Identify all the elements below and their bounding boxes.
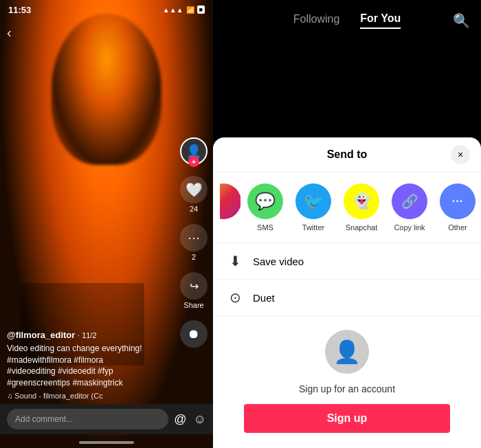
sms-icon-symbol: 💬 (255, 192, 276, 211)
snapchat-label: Snapchat (346, 223, 377, 232)
tab-for-you[interactable]: For You (360, 12, 401, 29)
share-app-copylink[interactable]: 🔗 Copy link (386, 183, 433, 232)
video-description: Video editing can change everything! #ma… (7, 343, 175, 389)
twitter-icon-symbol: 🐦 (303, 192, 324, 211)
save-video-icon: ⬇ (227, 253, 243, 269)
save-video-item[interactable]: ⬇ Save video (213, 243, 481, 280)
status-bar: 11:53 ▲▲▲ 📶 ■ (0, 0, 213, 19)
sheet-title: Send to (327, 148, 368, 161)
like-button[interactable]: 🤍 24 (180, 176, 208, 213)
twitter-label: Twitter (302, 223, 324, 232)
video-panel: 11:53 ▲▲▲ 📶 ■ ‹ 👤 + 🤍 24 ⋯ 2 (0, 0, 213, 448)
other-icon: ··· (440, 183, 476, 219)
video-username: @filmora_editor · 11/2 (7, 330, 175, 340)
user-avatar-placeholder: 👤 (325, 330, 369, 374)
comment-icons: @ ☺ (174, 412, 206, 427)
signup-section: 👤 Sign up for an account Sign up (213, 316, 481, 447)
video-info: @filmora_editor · 11/2 Video editing can… (7, 330, 175, 400)
share-icon-circle: ↪ (180, 272, 208, 300)
other-icon-symbol: ··· (452, 195, 463, 208)
sms-icon: 💬 (247, 183, 283, 219)
copylink-label: Copy link (394, 223, 425, 232)
share-apps-row: 💬 SMS 🐦 Twitter 👻 Snapchat 🔗 (213, 172, 481, 243)
like-count: 24 (190, 205, 198, 213)
twitter-icon: 🐦 (295, 183, 331, 219)
comment-input[interactable]: Add comment... (7, 409, 168, 429)
save-video-label: Save video (253, 256, 304, 267)
record-button[interactable]: ⏺ (180, 320, 208, 348)
duet-icon: ⊙ (227, 289, 243, 306)
share-app-snapchat[interactable]: 👻 Snapchat (338, 183, 385, 232)
sms-label: SMS (257, 223, 273, 232)
share-action-button[interactable]: ↪ Share (180, 272, 208, 309)
comment-bar: Add comment... @ ☺ (0, 404, 213, 434)
sheet-header: Send to × (213, 137, 481, 172)
snapchat-icon-symbol: 👻 (353, 192, 371, 210)
share-app-other[interactable]: ··· Other (434, 183, 481, 232)
record-icon-circle: ⏺ (180, 320, 208, 348)
comment-count: 2 (192, 253, 196, 261)
video-silhouette (52, 14, 161, 165)
follow-plus-badge: + (188, 156, 199, 167)
signup-button[interactable]: Sign up (244, 404, 450, 433)
home-indicator (79, 441, 134, 444)
share-app-twitter[interactable]: 🐦 Twitter (290, 183, 337, 232)
share-app-partial (220, 183, 240, 219)
partial-app-icon (220, 183, 240, 219)
copylink-icon-symbol: 🔗 (401, 193, 418, 210)
send-to-sheet: Send to × 💬 SMS 🐦 Twitter (213, 137, 481, 448)
search-icon[interactable]: 🔍 (453, 12, 470, 29)
share-app-sms[interactable]: 💬 SMS (242, 183, 289, 232)
video-black-area (213, 41, 481, 137)
signup-text: Sign up for an account (299, 383, 395, 394)
other-label: Other (448, 223, 467, 232)
avatar: 👤 + (180, 137, 208, 165)
follow-button[interactable]: 👤 + (180, 137, 208, 165)
copylink-icon: 🔗 (392, 183, 427, 219)
avatar-icon: 👤 (333, 339, 361, 365)
tab-following[interactable]: Following (293, 13, 340, 28)
emoji-icon[interactable]: ☺ (194, 412, 206, 427)
comment-icon-circle: ⋯ (180, 224, 208, 251)
top-nav: Following For You 🔍 (213, 0, 481, 41)
duet-item[interactable]: ⊙ Duet (213, 280, 481, 316)
back-button[interactable]: ‹ (7, 25, 12, 41)
like-icon-circle: 🤍 (180, 176, 208, 203)
video-music: ♫ Sound - filmora_editor (Cc (7, 392, 175, 400)
at-icon[interactable]: @ (174, 412, 186, 427)
action-list: ⬇ Save video ⊙ Duet (213, 243, 481, 316)
duet-label: Duet (253, 292, 275, 304)
status-time: 11:53 (8, 5, 31, 15)
snapchat-icon: 👻 (344, 183, 379, 219)
right-actions: 👤 + 🤍 24 ⋯ 2 ↪ Share ⏺ (180, 137, 208, 348)
right-panel: Following For You 🔍 Send to × 💬 SMS (213, 0, 481, 448)
status-icons: ▲▲▲ 📶 ■ (163, 5, 205, 14)
share-label: Share (183, 301, 203, 309)
comment-button[interactable]: ⋯ 2 (180, 224, 208, 261)
close-button[interactable]: × (451, 145, 470, 164)
